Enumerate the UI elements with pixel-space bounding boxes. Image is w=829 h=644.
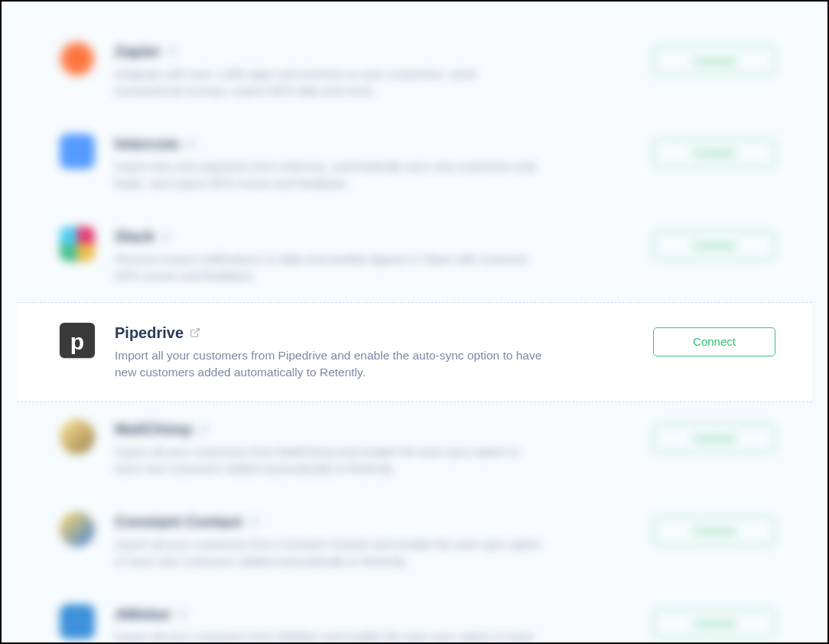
external-link-icon[interactable] <box>177 609 188 620</box>
integration-text: Zapier Integrate with over 1,000 apps an… <box>115 41 633 100</box>
external-link-icon[interactable] <box>198 424 209 434</box>
external-link-icon[interactable] <box>249 516 259 527</box>
integration-row-intercom: Intercom Import lists and segments from … <box>17 117 812 210</box>
zapier-icon <box>60 41 95 76</box>
integration-description: Integrate with over 1,000 apps and servi… <box>115 66 543 100</box>
aweber-icon <box>60 604 95 639</box>
integration-description: Import all your customers from Constant … <box>115 536 543 571</box>
connect-button-intercom[interactable]: Connect <box>653 138 775 168</box>
integration-text: AWeber Import all your customers from AW… <box>115 604 633 644</box>
external-link-icon[interactable] <box>185 138 196 149</box>
svg-line-0 <box>171 47 176 52</box>
integration-text: Pipedrive Import all your customers from… <box>115 323 633 382</box>
svg-line-4 <box>203 425 207 430</box>
integration-description: Import all your customers from Pipedrive… <box>115 347 543 382</box>
integration-title[interactable]: Zapier <box>115 41 161 61</box>
connect-button-slack[interactable]: Connect <box>653 231 775 260</box>
integration-title[interactable]: MailChimp <box>115 419 192 439</box>
integration-row-zapier: Zapier Integrate with over 1,000 apps an… <box>17 24 812 117</box>
integration-row-pipedrive: p Pipedrive Import all your customers fr… <box>17 302 812 402</box>
integration-title[interactable]: AWeber <box>115 604 171 624</box>
integration-description: Import all your customers from AWeber an… <box>115 629 543 644</box>
slack-icon <box>60 226 95 262</box>
svg-line-1 <box>190 140 194 145</box>
intercom-icon <box>60 134 95 169</box>
integration-description: Import all your customers from MailChimp… <box>115 444 543 478</box>
connect-button-mailchimp[interactable]: Connect <box>653 424 775 453</box>
integration-description: Receive instant notifications or daily a… <box>115 251 543 285</box>
svg-line-2 <box>165 233 170 237</box>
connect-button-zapier[interactable]: Connect <box>653 46 775 75</box>
integration-row-slack: Slack Receive instant notifications or d… <box>17 210 812 302</box>
external-link-icon[interactable] <box>190 327 200 338</box>
connect-button-pipedrive[interactable]: Connect <box>653 327 775 356</box>
integration-row-constant-contact: Constant Contact Import all your custome… <box>17 495 812 587</box>
constant-contact-icon <box>60 512 95 547</box>
external-link-icon[interactable] <box>161 231 171 242</box>
integration-title[interactable]: Slack <box>115 226 154 246</box>
connect-button-aweber[interactable]: Connect <box>653 609 775 638</box>
svg-line-3 <box>194 329 199 333</box>
pipedrive-icon: p <box>60 323 95 358</box>
integrations-list: Zapier Integrate with over 1,000 apps an… <box>17 24 812 644</box>
integration-text: MailChimp Import all your customers from… <box>115 419 633 478</box>
integration-title[interactable]: Intercom <box>115 134 179 154</box>
svg-line-5 <box>253 517 258 522</box>
svg-line-6 <box>182 610 187 614</box>
mailchimp-icon <box>60 419 95 454</box>
integration-text: Slack Receive instant notifications or d… <box>115 226 633 285</box>
integration-title[interactable]: Pipedrive <box>115 323 184 343</box>
connect-button-constant-contact[interactable]: Connect <box>653 516 775 545</box>
integration-text: Intercom Import lists and segments from … <box>115 134 633 193</box>
integration-row-mailchimp: MailChimp Import all your customers from… <box>17 402 812 495</box>
external-link-icon[interactable] <box>167 46 177 57</box>
integration-text: Constant Contact Import all your custome… <box>115 512 633 571</box>
integration-description: Import lists and segments from Intercom,… <box>115 158 543 193</box>
integration-row-aweber: AWeber Import all your customers from AW… <box>17 587 812 644</box>
integration-title[interactable]: Constant Contact <box>115 512 242 532</box>
